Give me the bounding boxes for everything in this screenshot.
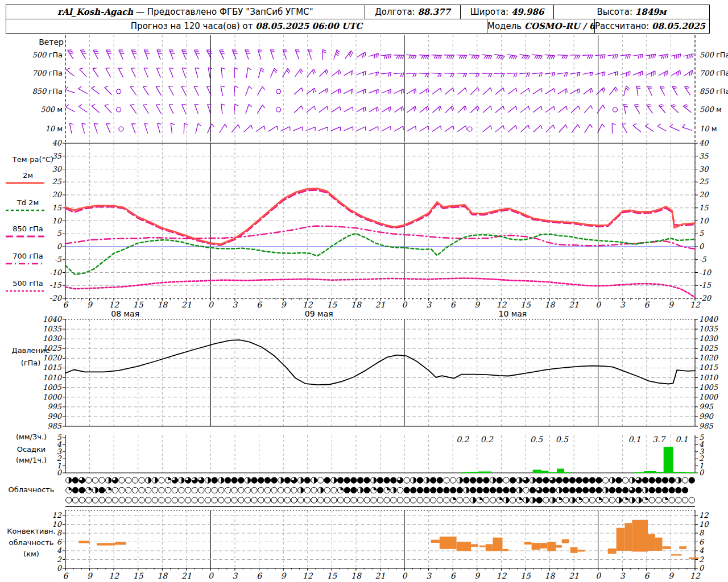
- wind-barb-shaft: [143, 87, 149, 95]
- wind-barb-tick: [327, 106, 328, 110]
- wind-barb-tick: [438, 55, 440, 59]
- wind-barb-tick: [441, 126, 441, 130]
- wind-barb-shaft: [520, 88, 529, 94]
- wind-barb-tick: [336, 53, 338, 56]
- wind-barb-shaft: [92, 88, 100, 94]
- wind-barb-tick: [516, 125, 517, 129]
- precip-bar: [664, 447, 673, 473]
- precip-bar: [461, 472, 470, 473]
- wind-barb-shaft: [624, 86, 626, 95]
- wind-barb-shaft: [270, 68, 274, 78]
- wind-barb-tick: [693, 54, 693, 58]
- wind-barb-tick: [490, 88, 491, 92]
- convective-cloud-bar: [471, 544, 478, 547]
- wind-barb-shaft: [483, 88, 490, 94]
- wind-barb-tick: [477, 56, 479, 59]
- temp-axis-tick-left: 30: [52, 165, 62, 173]
- cloud-cover-symbol: [205, 487, 210, 493]
- wind-barb-tick: [471, 55, 473, 59]
- hour-label-bottom: 18: [545, 571, 556, 580]
- wind-barb-tick: [459, 55, 461, 59]
- cloud-cover-symbol: [371, 497, 377, 503]
- convective-cloud-bar: [556, 545, 562, 548]
- wind-barb-tick: [312, 70, 314, 74]
- wind-barb-shaft: [585, 124, 590, 133]
- wind-barb-tick: [465, 55, 467, 59]
- wind-barb-shaft: [156, 86, 161, 95]
- cloud-cover-symbol: [477, 487, 482, 493]
- wind-barb-tick: [440, 55, 441, 59]
- wind-barb-tick: [301, 106, 303, 110]
- wind-barb-tick: [565, 90, 565, 94]
- pressure-axis-tick-right: 995: [699, 402, 714, 411]
- wind-barb-tick: [578, 106, 580, 110]
- convective-cloud-bar: [562, 539, 569, 543]
- wind-barb-tick: [685, 86, 689, 87]
- wind-barb-shaft: [507, 55, 517, 56]
- pressure-axis-tick-right: 1035: [699, 325, 718, 333]
- cloud-cover-symbol: [304, 487, 310, 493]
- wind-barb-shaft: [431, 55, 441, 56]
- hour-label-top: 21: [569, 300, 579, 309]
- date-label: 10 мая: [498, 309, 527, 318]
- cloud-cover-symbol: [563, 497, 569, 503]
- wind-barb-shaft: [294, 106, 301, 113]
- wind-barb-shaft: [130, 87, 136, 95]
- cloud-cover-symbol: [179, 487, 184, 493]
- cloud-cover-half: [632, 497, 635, 503]
- wind-barb-shaft: [319, 69, 326, 76]
- wind-barb-shaft: [221, 68, 222, 78]
- hour-label-top: 9: [474, 300, 480, 309]
- wind-barb-tick: [541, 73, 542, 77]
- convective-cloud-bar: [503, 549, 509, 551]
- wind-barb-shaft: [645, 126, 653, 131]
- wind-barb-tick: [436, 55, 438, 59]
- precip-bar: [644, 471, 656, 473]
- wind-barb-tick: [184, 123, 188, 125]
- hour-label-bottom: 15: [133, 571, 144, 580]
- wind-barb-tick: [143, 105, 147, 105]
- conv-axis-tick-right: 10: [699, 520, 709, 529]
- cloud-cover-symbol: [324, 497, 330, 503]
- hour-label-top: 3: [620, 300, 626, 309]
- wind-barb-tick: [403, 73, 404, 77]
- cloud-cover-symbol: [165, 487, 171, 493]
- cloud-cover-symbol: [126, 497, 131, 503]
- wind-barb-shaft: [483, 106, 490, 113]
- wind-barb-tick: [655, 54, 656, 58]
- wind-barb-tick: [478, 73, 479, 77]
- cloud-cover-symbol: [271, 497, 277, 503]
- wind-barb-tick: [262, 86, 264, 90]
- wind-barb-shaft: [431, 73, 441, 73]
- wind-barb-tick: [645, 124, 648, 126]
- conv-axis-tick-left: 12: [52, 511, 61, 519]
- wind-barb-tick: [513, 56, 515, 59]
- cloud-cover-symbol: [351, 497, 357, 503]
- wind-barb-shaft: [508, 88, 516, 94]
- wind-barb-tick: [378, 53, 378, 57]
- cloud-cover-symbol: [218, 497, 224, 503]
- wind-barb-shaft: [281, 126, 290, 131]
- wind-barb-shaft: [507, 73, 517, 73]
- cloud-cover-symbol: [99, 487, 105, 493]
- wind-barb-tick: [301, 69, 303, 72]
- wind-barb-shaft: [633, 54, 643, 56]
- cloud-cover-symbol: [284, 497, 290, 503]
- cloud-cover-symbol: [417, 477, 423, 483]
- cloud-cover-symbol: [437, 497, 442, 503]
- cloud-cover-symbol: [212, 487, 217, 493]
- cloud-cover-half: [413, 477, 416, 483]
- wind-barb-tick: [605, 72, 605, 76]
- wind-barb-shaft: [169, 86, 174, 95]
- wind-barb-tick: [686, 88, 690, 88]
- wind-barb-tick: [484, 55, 486, 59]
- hour-label-top: 3: [426, 300, 432, 309]
- convective-cloud-bar: [97, 543, 115, 545]
- conv-axis-tick-left: 10: [52, 520, 62, 529]
- wind-barb-tick: [411, 55, 412, 59]
- wind-barb-shaft: [345, 51, 351, 59]
- wind-barb-tick: [497, 55, 499, 59]
- cloud-cover-symbol: [424, 487, 429, 493]
- wind-barb-tick: [238, 124, 240, 128]
- cloud-cover-half: [559, 487, 562, 493]
